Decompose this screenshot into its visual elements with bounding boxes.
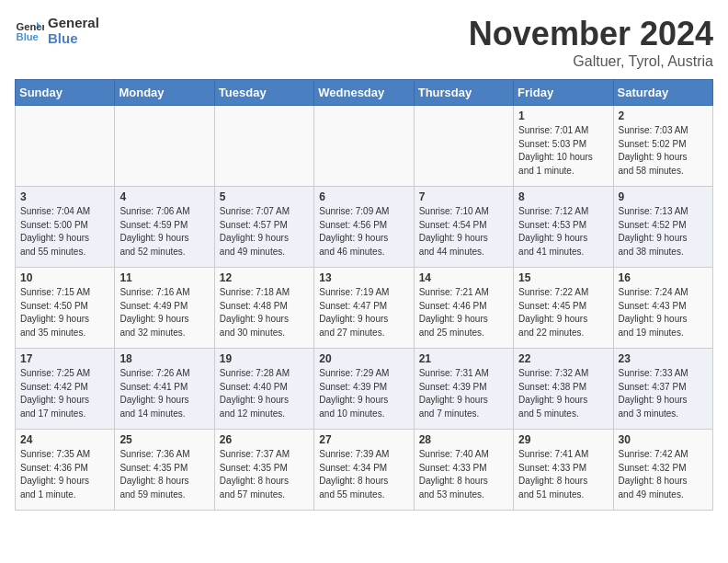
day-info: Sunrise: 7:12 AM Sunset: 4:53 PM Dayligh…	[518, 205, 608, 259]
calendar-cell: 23Sunrise: 7:33 AM Sunset: 4:37 PM Dayli…	[613, 349, 712, 430]
calendar-cell	[414, 106, 513, 187]
calendar-cell: 28Sunrise: 7:40 AM Sunset: 4:33 PM Dayli…	[414, 430, 513, 511]
calendar-cell: 3Sunrise: 7:04 AM Sunset: 5:00 PM Daylig…	[16, 187, 115, 268]
header: General Blue General Blue November 2024 …	[15, 15, 713, 70]
calendar-cell: 29Sunrise: 7:41 AM Sunset: 4:33 PM Dayli…	[514, 430, 613, 511]
day-number: 1	[518, 109, 608, 122]
day-info: Sunrise: 7:09 AM Sunset: 4:56 PM Dayligh…	[319, 205, 408, 259]
day-number: 4	[119, 190, 209, 203]
day-info: Sunrise: 7:06 AM Sunset: 4:59 PM Dayligh…	[119, 205, 209, 259]
day-info: Sunrise: 7:22 AM Sunset: 4:45 PM Dayligh…	[518, 286, 608, 339]
day-number: 27	[319, 433, 408, 446]
day-number: 14	[419, 271, 508, 284]
day-info: Sunrise: 7:37 AM Sunset: 4:35 PM Dayligh…	[220, 448, 309, 501]
day-info: Sunrise: 7:33 AM Sunset: 4:37 PM Dayligh…	[619, 367, 708, 420]
day-info: Sunrise: 7:25 AM Sunset: 4:42 PM Dayligh…	[20, 367, 109, 420]
calendar-body: 1Sunrise: 7:01 AM Sunset: 5:03 PM Daylig…	[16, 106, 713, 511]
day-info: Sunrise: 7:28 AM Sunset: 4:40 PM Dayligh…	[220, 367, 309, 420]
calendar-cell: 30Sunrise: 7:42 AM Sunset: 4:32 PM Dayli…	[613, 430, 712, 511]
day-number: 28	[419, 433, 508, 446]
day-number: 10	[20, 271, 109, 284]
calendar-cell: 17Sunrise: 7:25 AM Sunset: 4:42 PM Dayli…	[16, 349, 115, 430]
calendar-cell: 1Sunrise: 7:01 AM Sunset: 5:03 PM Daylig…	[514, 106, 613, 187]
logo-line2: Blue	[48, 30, 99, 46]
calendar-cell: 14Sunrise: 7:21 AM Sunset: 4:46 PM Dayli…	[414, 268, 513, 349]
day-info: Sunrise: 7:41 AM Sunset: 4:33 PM Dayligh…	[518, 448, 608, 501]
day-info: Sunrise: 7:16 AM Sunset: 4:49 PM Dayligh…	[119, 286, 209, 339]
calendar-header: SundayMondayTuesdayWednesdayThursdayFrid…	[16, 80, 713, 106]
day-info: Sunrise: 7:40 AM Sunset: 4:33 PM Dayligh…	[419, 448, 508, 501]
day-number: 12	[220, 271, 309, 284]
logo-line1: General	[48, 15, 99, 30]
day-number: 8	[518, 190, 608, 203]
calendar-cell	[314, 106, 414, 187]
calendar-week-row: 3Sunrise: 7:04 AM Sunset: 5:00 PM Daylig…	[16, 187, 713, 268]
day-info: Sunrise: 7:13 AM Sunset: 4:52 PM Dayligh…	[619, 205, 708, 259]
day-info: Sunrise: 7:15 AM Sunset: 4:50 PM Dayligh…	[20, 286, 109, 339]
weekday-header: Thursday	[414, 80, 513, 106]
day-number: 19	[220, 352, 309, 365]
title-area: November 2024 Galtuer, Tyrol, Austria	[469, 15, 713, 70]
calendar-cell: 4Sunrise: 7:06 AM Sunset: 4:59 PM Daylig…	[115, 187, 214, 268]
day-info: Sunrise: 7:32 AM Sunset: 4:38 PM Dayligh…	[518, 367, 608, 420]
day-number: 30	[619, 433, 708, 446]
day-number: 2	[619, 109, 708, 122]
weekday-header: Sunday	[16, 80, 115, 106]
calendar-cell: 5Sunrise: 7:07 AM Sunset: 4:57 PM Daylig…	[214, 187, 313, 268]
calendar-cell: 10Sunrise: 7:15 AM Sunset: 4:50 PM Dayli…	[16, 268, 115, 349]
calendar-week-row: 17Sunrise: 7:25 AM Sunset: 4:42 PM Dayli…	[16, 349, 713, 430]
day-number: 18	[119, 352, 209, 365]
day-info: Sunrise: 7:10 AM Sunset: 4:54 PM Dayligh…	[419, 205, 508, 259]
day-number: 21	[419, 352, 508, 365]
calendar-table: SundayMondayTuesdayWednesdayThursdayFrid…	[15, 79, 713, 511]
calendar-week-row: 1Sunrise: 7:01 AM Sunset: 5:03 PM Daylig…	[16, 106, 713, 187]
month-title: November 2024	[469, 15, 713, 53]
logo: General Blue General Blue	[15, 15, 99, 46]
day-info: Sunrise: 7:03 AM Sunset: 5:02 PM Dayligh…	[619, 124, 708, 178]
calendar-cell: 16Sunrise: 7:24 AM Sunset: 4:43 PM Dayli…	[613, 268, 712, 349]
day-number: 7	[419, 190, 508, 203]
weekday-header: Saturday	[613, 80, 712, 106]
calendar-cell: 27Sunrise: 7:39 AM Sunset: 4:34 PM Dayli…	[314, 430, 414, 511]
day-info: Sunrise: 7:24 AM Sunset: 4:43 PM Dayligh…	[619, 286, 708, 339]
day-info: Sunrise: 7:01 AM Sunset: 5:03 PM Dayligh…	[518, 124, 608, 178]
day-number: 25	[119, 433, 209, 446]
calendar-cell: 19Sunrise: 7:28 AM Sunset: 4:40 PM Dayli…	[214, 349, 313, 430]
calendar-cell: 2Sunrise: 7:03 AM Sunset: 5:02 PM Daylig…	[613, 106, 712, 187]
day-info: Sunrise: 7:42 AM Sunset: 4:32 PM Dayligh…	[619, 448, 708, 501]
day-number: 6	[319, 190, 408, 203]
day-info: Sunrise: 7:29 AM Sunset: 4:39 PM Dayligh…	[319, 367, 408, 420]
day-info: Sunrise: 7:07 AM Sunset: 4:57 PM Dayligh…	[220, 205, 309, 259]
calendar-cell: 22Sunrise: 7:32 AM Sunset: 4:38 PM Dayli…	[514, 349, 613, 430]
location-subtitle: Galtuer, Tyrol, Austria	[469, 53, 713, 70]
calendar-cell: 11Sunrise: 7:16 AM Sunset: 4:49 PM Dayli…	[115, 268, 214, 349]
calendar-cell	[214, 106, 313, 187]
calendar-cell: 25Sunrise: 7:36 AM Sunset: 4:35 PM Dayli…	[115, 430, 214, 511]
calendar-week-row: 10Sunrise: 7:15 AM Sunset: 4:50 PM Dayli…	[16, 268, 713, 349]
calendar-cell	[16, 106, 115, 187]
day-number: 29	[518, 433, 608, 446]
day-number: 15	[518, 271, 608, 284]
calendar-cell: 20Sunrise: 7:29 AM Sunset: 4:39 PM Dayli…	[314, 349, 414, 430]
calendar-cell: 9Sunrise: 7:13 AM Sunset: 4:52 PM Daylig…	[613, 187, 712, 268]
calendar-cell: 24Sunrise: 7:35 AM Sunset: 4:36 PM Dayli…	[16, 430, 115, 511]
weekday-header: Monday	[115, 80, 214, 106]
logo-icon: General Blue	[15, 16, 44, 45]
day-info: Sunrise: 7:04 AM Sunset: 5:00 PM Dayligh…	[20, 205, 109, 259]
day-info: Sunrise: 7:18 AM Sunset: 4:48 PM Dayligh…	[220, 286, 309, 339]
day-number: 5	[220, 190, 309, 203]
day-number: 17	[20, 352, 109, 365]
day-number: 11	[119, 271, 209, 284]
weekday-header: Wednesday	[314, 80, 414, 106]
day-info: Sunrise: 7:39 AM Sunset: 4:34 PM Dayligh…	[319, 448, 408, 501]
day-number: 22	[518, 352, 608, 365]
weekday-header: Friday	[514, 80, 613, 106]
calendar-cell: 15Sunrise: 7:22 AM Sunset: 4:45 PM Dayli…	[514, 268, 613, 349]
svg-text:Blue: Blue	[17, 31, 39, 42]
day-info: Sunrise: 7:19 AM Sunset: 4:47 PM Dayligh…	[319, 286, 408, 339]
day-number: 16	[619, 271, 708, 284]
day-number: 3	[20, 190, 109, 203]
day-number: 26	[220, 433, 309, 446]
calendar-cell: 13Sunrise: 7:19 AM Sunset: 4:47 PM Dayli…	[314, 268, 414, 349]
day-number: 20	[319, 352, 408, 365]
